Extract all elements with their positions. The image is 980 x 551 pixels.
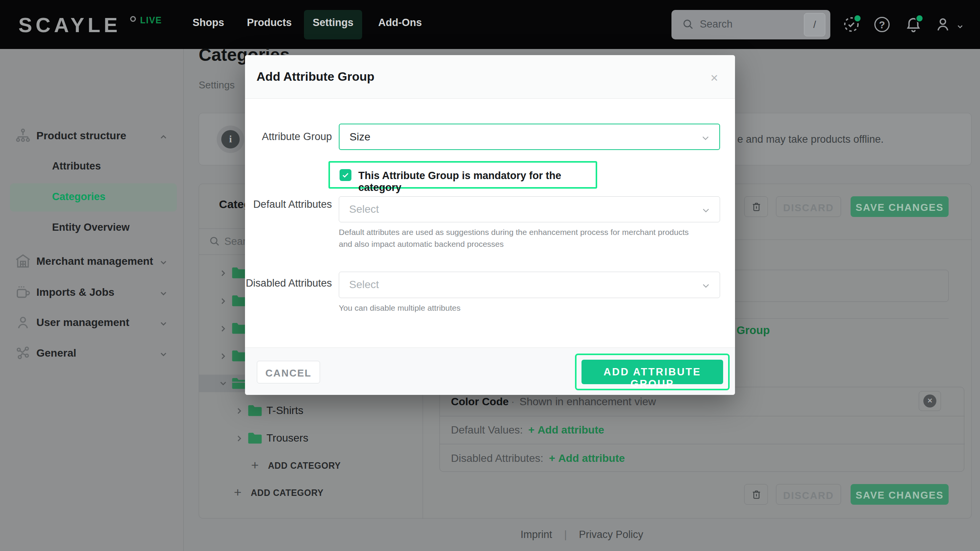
folder-open-icon (231, 377, 247, 390)
add-attribute-group-button[interactable]: ADD ATTRIBUTE GROUP (581, 360, 723, 384)
folder-icon (231, 295, 247, 307)
disabled-attributes-label: Disabled Attributes: (451, 452, 543, 465)
privacy-policy-link[interactable]: Privacy Policy (579, 529, 643, 540)
modal-title: Add Attribute Group (256, 70, 374, 84)
chevron-right-icon[interactable] (218, 268, 228, 278)
imprint-link[interactable]: Imprint (521, 529, 552, 540)
delete-category-button-top[interactable] (744, 196, 768, 217)
sidebar-item-user-management[interactable]: User management (0, 309, 184, 337)
info-icon-ring: i (217, 126, 244, 153)
disabled-attributes-select[interactable]: Select (339, 272, 720, 298)
modal-footer: CANCEL ADD ATTRIBUTE GROUP (245, 347, 735, 395)
discard-button-bottom[interactable]: DISCARD (776, 484, 841, 505)
sidebar-item-label: Categories (52, 191, 106, 203)
default-attributes-helper-text: Default attributes are used as suggestio… (339, 226, 699, 250)
chevron-down-icon (701, 205, 711, 216)
tree-label: Trousers (266, 432, 308, 444)
chevron-down-icon[interactable] (218, 378, 228, 388)
live-badge: LIVE (140, 15, 162, 26)
nav-link-products[interactable]: Products (247, 17, 292, 29)
chevron-down-icon (158, 349, 169, 360)
folder-icon (231, 322, 247, 334)
disabled-attributes-placeholder: Select (349, 279, 379, 291)
default-values-label: Default Values: (451, 424, 523, 436)
mug-icon (15, 284, 31, 301)
nodes-icon (15, 345, 31, 362)
plus-icon: + (251, 458, 259, 473)
person-icon (15, 314, 31, 331)
x-circle-icon: ✕ (923, 395, 936, 408)
trash-icon (751, 489, 762, 500)
trash-icon (751, 201, 762, 213)
save-changes-button-top[interactable]: SAVE CHANGES (851, 196, 949, 217)
sidebar-item-label: Attributes (52, 160, 101, 172)
chevron-right-icon[interactable] (218, 351, 228, 361)
plus-icon: + (549, 452, 555, 464)
row-divider (440, 416, 965, 416)
add-attribute-group-modal: Add Attribute Group ✕ Attribute Group Si… (245, 55, 735, 395)
discard-label: DISCARD (776, 202, 841, 214)
chevron-right-icon[interactable] (218, 324, 228, 334)
help-icon[interactable]: ? (874, 17, 892, 34)
checkbox-highlight-annotation: This Attribute Group is mandatory for th… (328, 161, 597, 189)
nav-link-shops[interactable]: Shops (193, 17, 224, 29)
sidebar: Product structure Attributes Categories … (0, 49, 184, 551)
nav-link-settings[interactable]: Settings (304, 10, 362, 39)
add-attribute-group-button-label: ADD ATTRIBUTE GROUP (581, 366, 723, 390)
user-menu-chevron-down-icon[interactable] (955, 21, 965, 31)
attribute-group-select[interactable]: Size (339, 124, 720, 150)
mandatory-checkbox-label: This Attribute Group is mandatory for th… (358, 170, 596, 194)
sidebar-item-merchant-management[interactable]: Merchant management (0, 248, 184, 276)
bell-icon[interactable] (905, 16, 922, 33)
add-attribute-group-link-fragment[interactable]: Group (737, 324, 770, 337)
hierarchy-icon (15, 127, 31, 144)
chevron-down-icon (158, 318, 169, 329)
chevron-right-icon[interactable] (234, 406, 244, 416)
add-category-label: ADD CATEGORY (251, 488, 323, 498)
banner-text: e and may take products offline. (737, 134, 884, 145)
global-search-input[interactable]: Search / (671, 10, 830, 39)
tree-label: T-Shirts (266, 404, 303, 417)
chevron-down-icon (700, 133, 711, 143)
sidebar-item-label: Entity Overview (52, 222, 130, 233)
status-progress-icon[interactable] (843, 16, 860, 33)
nav-link-add-ons[interactable]: Add-Ons (378, 17, 422, 29)
attribute-group-selected-value: Size (350, 131, 370, 143)
chevron-down-icon (158, 288, 169, 299)
sidebar-item-product-structure[interactable]: Product structure (0, 122, 184, 150)
remove-attribute-group-button[interactable]: ✕ (919, 391, 941, 411)
plus-icon: + (528, 424, 534, 436)
bell-notification-dot (915, 14, 924, 23)
default-attributes-placeholder: Select (349, 203, 379, 215)
mandatory-checkbox[interactable] (340, 169, 351, 181)
sidebar-item-attributes[interactable]: Attributes (0, 153, 184, 181)
cancel-label: CANCEL (257, 367, 320, 379)
sidebar-item-categories[interactable]: Categories (0, 183, 184, 212)
chevron-right-icon[interactable] (234, 434, 244, 443)
discard-label: DISCARD (776, 490, 841, 502)
sidebar-item-entity-overview[interactable]: Entity Overview (0, 214, 184, 242)
add-category-label: ADD CATEGORY (268, 461, 341, 471)
sidebar-item-imports-jobs[interactable]: Imports & Jobs (0, 279, 184, 307)
save-changes-button-bottom[interactable]: SAVE CHANGES (851, 484, 949, 505)
close-icon[interactable]: ✕ (707, 70, 722, 86)
check-icon (341, 171, 350, 179)
folder-icon (247, 432, 263, 444)
default-attributes-select[interactable]: Select (339, 196, 720, 222)
sidebar-item-general[interactable]: General (0, 339, 184, 368)
disabled-attributes-field-label: Disabled Attributes (245, 277, 332, 289)
discard-button-top[interactable]: DISCARD (776, 196, 841, 217)
save-changes-label: SAVE CHANGES (851, 489, 949, 501)
delete-category-button-bottom[interactable] (744, 484, 768, 505)
chevron-right-icon[interactable] (218, 296, 228, 306)
add-disabled-attribute-link[interactable]: + Add attribute (549, 452, 625, 465)
default-attributes-field-label: Default Attributes (245, 199, 332, 210)
add-default-attribute-link[interactable]: + Add attribute (528, 424, 604, 436)
modal-header: Add Attribute Group ✕ (245, 55, 735, 99)
chevron-down-icon (158, 257, 169, 268)
user-avatar-icon[interactable] (934, 16, 952, 33)
footer-separator: | (564, 529, 567, 541)
cancel-button[interactable]: CANCEL (257, 361, 320, 383)
info-icon: i (221, 130, 240, 148)
breadcrumb-settings[interactable]: Settings (199, 79, 235, 91)
